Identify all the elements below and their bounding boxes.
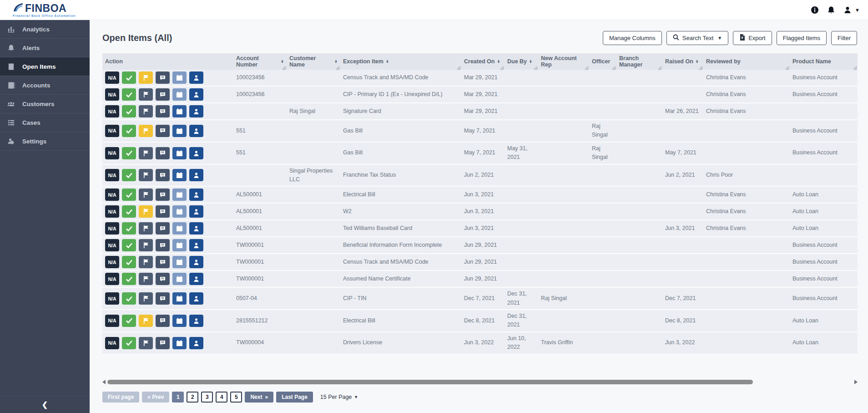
column-header-created-on[interactable]: Created On ▲▼	[461, 53, 505, 70]
assign-person-button[interactable]	[189, 315, 203, 327]
approve-check-button[interactable]	[122, 205, 136, 218]
flagged-items-button[interactable]: Flagged Items	[777, 31, 827, 45]
comment-button[interactable]	[156, 147, 170, 159]
page-button-2[interactable]: 2	[187, 392, 198, 403]
na-button[interactable]: N/A	[105, 125, 119, 137]
comment-button[interactable]	[156, 222, 170, 235]
assign-person-button[interactable]	[189, 239, 203, 251]
comment-button[interactable]	[156, 337, 170, 349]
approve-check-button[interactable]	[122, 189, 136, 201]
flag-button[interactable]	[139, 147, 153, 159]
flag-button[interactable]	[139, 315, 153, 327]
na-button[interactable]: N/A	[105, 105, 119, 117]
assign-person-button[interactable]	[189, 292, 203, 305]
na-button[interactable]: N/A	[105, 273, 119, 285]
finboa-logo[interactable]: FINBOA Financial Back Office Automation	[13, 2, 76, 18]
approve-check-button[interactable]	[122, 273, 136, 285]
scroll-right-icon[interactable]	[854, 380, 858, 384]
na-button[interactable]: N/A	[105, 169, 119, 181]
column-header-customer-name[interactable]: Customer Name ▲▼	[287, 53, 340, 70]
na-button[interactable]: N/A	[105, 292, 119, 305]
approve-check-button[interactable]	[122, 256, 136, 268]
column-resize-handle[interactable]	[534, 65, 538, 71]
sidebar-collapse-button[interactable]: ❮	[0, 396, 90, 413]
calendar-button[interactable]	[172, 71, 187, 84]
approve-check-button[interactable]	[122, 147, 136, 159]
approve-check-button[interactable]	[122, 292, 136, 305]
next-page-button[interactable]: Next »	[245, 392, 273, 403]
column-resize-handle[interactable]	[500, 65, 504, 71]
calendar-button[interactable]	[172, 222, 187, 235]
column-header-raised-on[interactable]: Raised On ▲▼	[662, 53, 703, 70]
first-page-button[interactable]: First page	[102, 392, 139, 403]
approve-check-button[interactable]	[122, 169, 136, 181]
calendar-button[interactable]	[172, 189, 187, 201]
calendar-button[interactable]	[172, 147, 187, 159]
approve-check-button[interactable]	[122, 125, 136, 137]
column-header-exception-item[interactable]: Exception Item ▲▼	[340, 53, 461, 70]
flag-button[interactable]	[139, 239, 153, 251]
na-button[interactable]: N/A	[105, 189, 119, 201]
calendar-button[interactable]	[172, 337, 187, 349]
column-header-officer[interactable]: Officer	[589, 53, 616, 70]
calendar-button[interactable]	[172, 239, 187, 251]
calendar-button[interactable]	[172, 315, 187, 327]
approve-check-button[interactable]	[122, 88, 136, 101]
search-text-button[interactable]: Search Text▼	[666, 31, 728, 45]
assign-person-button[interactable]	[189, 125, 203, 137]
assign-person-button[interactable]	[189, 205, 203, 218]
assign-person-button[interactable]	[189, 169, 203, 181]
column-resize-handle[interactable]	[699, 65, 703, 71]
flag-button[interactable]	[139, 337, 153, 349]
prev-page-button[interactable]: « Prev	[142, 392, 169, 403]
flag-button[interactable]	[139, 105, 153, 117]
column-header-branch-manager[interactable]: Branch Manager	[616, 53, 662, 70]
filter-button[interactable]: Filter	[831, 31, 857, 45]
flag-button[interactable]	[139, 125, 153, 137]
calendar-button[interactable]	[172, 292, 187, 305]
comment-button[interactable]	[156, 125, 170, 137]
calendar-button[interactable]	[172, 273, 187, 285]
comment-button[interactable]	[156, 189, 170, 201]
sidebar-item-analytics[interactable]: Analytics	[0, 20, 90, 39]
column-resize-handle[interactable]	[612, 65, 616, 71]
flag-button[interactable]	[139, 292, 153, 305]
flag-button[interactable]	[139, 205, 153, 218]
calendar-button[interactable]	[172, 256, 187, 268]
na-button[interactable]: N/A	[105, 222, 119, 235]
approve-check-button[interactable]	[122, 105, 136, 117]
calendar-button[interactable]	[172, 105, 187, 117]
sidebar-item-cases[interactable]: Cases	[0, 113, 90, 132]
scrollbar-thumb[interactable]	[107, 380, 753, 384]
info-icon[interactable]	[810, 5, 819, 15]
comment-button[interactable]	[156, 292, 170, 305]
calendar-button[interactable]	[172, 169, 187, 181]
column-resize-handle[interactable]	[336, 65, 340, 71]
na-button[interactable]: N/A	[105, 147, 119, 159]
sort-icon[interactable]: ▲▼	[334, 60, 338, 64]
column-header-product-name[interactable]: Product Name	[790, 53, 858, 70]
approve-check-button[interactable]	[122, 239, 136, 251]
assign-person-button[interactable]	[189, 189, 203, 201]
scroll-left-icon[interactable]	[102, 380, 106, 384]
column-resize-handle[interactable]	[282, 65, 286, 71]
export-button[interactable]: Export	[733, 31, 772, 45]
page-button-4[interactable]: 4	[216, 392, 227, 403]
bell-icon[interactable]	[827, 5, 836, 15]
column-resize-handle[interactable]	[585, 65, 589, 71]
column-header-action[interactable]: Action	[102, 53, 233, 70]
column-header-reviewed-by[interactable]: Reviewed by	[703, 53, 790, 70]
flag-button[interactable]	[139, 71, 153, 84]
na-button[interactable]: N/A	[105, 88, 119, 101]
flag-button[interactable]	[139, 256, 153, 268]
sort-icon[interactable]: ▲▼	[529, 60, 532, 64]
sort-icon[interactable]: ▲▼	[696, 60, 699, 64]
sort-icon[interactable]: ▲▼	[386, 60, 389, 64]
scrollbar-track[interactable]	[107, 380, 841, 384]
comment-button[interactable]	[156, 239, 170, 251]
assign-person-button[interactable]	[189, 71, 203, 84]
comment-button[interactable]	[156, 205, 170, 218]
sidebar-item-accounts[interactable]: Accounts	[0, 76, 90, 95]
column-resize-handle[interactable]	[658, 65, 662, 71]
comment-button[interactable]	[156, 169, 170, 181]
